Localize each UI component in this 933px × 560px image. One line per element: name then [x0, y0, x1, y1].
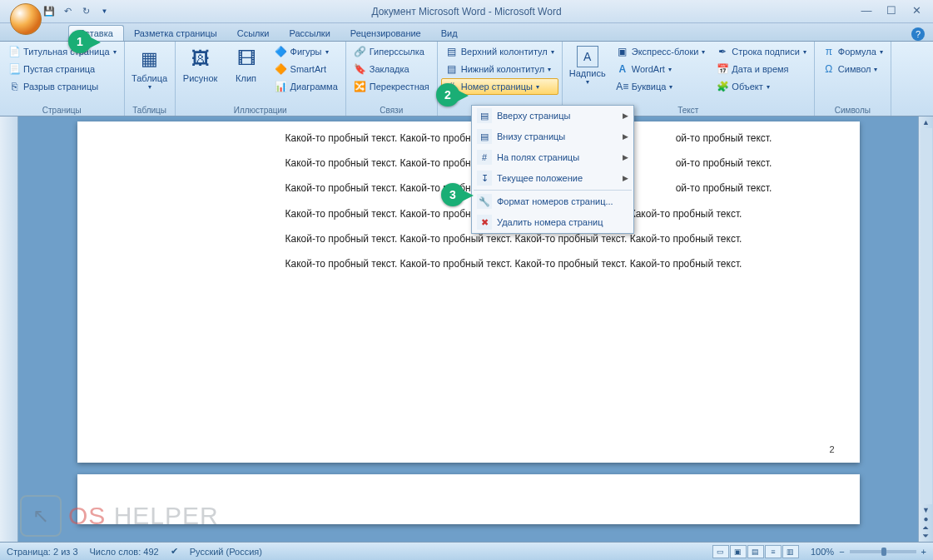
vertical-ruler[interactable] — [0, 116, 18, 542]
menu-format-page-numbers[interactable]: 🔧Формат номеров страниц... — [472, 191, 633, 212]
paragraph: Какой-то пробный текст. Какой-то пробный… — [285, 257, 785, 270]
bookmark-icon: 🔖 — [354, 62, 367, 76]
shapes-button[interactable]: 🔷Фигуры▾ — [270, 43, 342, 60]
tab-mailings[interactable]: Рассылки — [279, 26, 340, 41]
prev-page-icon[interactable]: ⏶ — [922, 523, 930, 532]
ribbon: 📄Титульная страница▾ 📃Пустая страница ⎘Р… — [0, 42, 933, 116]
menu-bottom-of-page[interactable]: ▤Внизу страницы▶ — [472, 126, 633, 147]
tab-view[interactable]: Вид — [431, 26, 468, 41]
break-icon: ⎘ — [7, 80, 21, 93]
cursor-icon: ↖ — [20, 495, 62, 537]
view-draft[interactable]: ▥ — [782, 545, 799, 558]
view-full-screen[interactable]: ▣ — [730, 545, 747, 558]
zoom-control: 100% − + — [811, 547, 926, 557]
sigline-button[interactable]: ✒Строка подписи▾ — [712, 43, 810, 60]
group-illustrations: 🖼Рисунок 🎞Клип 🔷Фигуры▾ 🔶SmartArt 📊Диагр… — [176, 42, 346, 116]
office-button[interactable] — [10, 3, 42, 35]
remove-icon: ✖ — [477, 215, 492, 230]
quickparts-button[interactable]: ▣Экспресс-блоки▾ — [612, 43, 710, 60]
bottom-icon: ▤ — [477, 129, 492, 144]
group-symbols: πФормула▾ ΩСимвол▾ Символы — [815, 42, 891, 116]
signature-icon: ✒ — [716, 45, 729, 58]
textbox-button[interactable]: AНадпись▾ — [566, 43, 609, 104]
view-buttons: ▭ ▣ ▤ ≡ ▥ — [712, 545, 799, 558]
tab-references[interactable]: Ссылки — [227, 26, 280, 41]
status-words[interactable]: Число слов: 492 — [90, 547, 159, 557]
undo-icon[interactable]: ↶ — [60, 4, 75, 19]
page-number-field: 2 — [829, 444, 834, 454]
equation-icon: π — [822, 45, 836, 58]
zoom-out-button[interactable]: − — [839, 547, 844, 557]
page: Какой-то пробный текст. Какой-то пробный… — [77, 121, 860, 463]
status-proofing-icon[interactable]: ✔ — [171, 546, 178, 557]
chart-icon: 📊 — [275, 80, 288, 93]
clip-icon: 🎞 — [233, 46, 260, 72]
page-break-button[interactable]: ⎘Разрыв страницы — [3, 78, 121, 95]
scroll-down-icon[interactable]: ▼ — [922, 506, 930, 514]
menu-remove-page-numbers[interactable]: ✖Удалить номера страниц — [472, 212, 633, 233]
menu-top-of-page[interactable]: ▤Вверху страницы▶ — [472, 106, 633, 126]
group-tables: ▦ Таблица▾ Таблицы — [125, 42, 176, 116]
zoom-in-button[interactable]: + — [921, 547, 926, 557]
vertical-scrollbar[interactable]: ▲ ▼ ● ⏶ ⏷ — [918, 116, 933, 542]
group-pages: 📄Титульная страница▾ 📃Пустая страница ⎘Р… — [0, 42, 125, 116]
chart-button[interactable]: 📊Диаграмма — [270, 78, 342, 95]
footer-icon: ▤ — [445, 62, 459, 76]
symbol-icon: Ω — [822, 62, 836, 76]
footer-button[interactable]: ▤Нижний колонтитул▾ — [441, 61, 558, 77]
menu-page-margins[interactable]: #На полях страницы▶ — [472, 147, 633, 168]
status-bar: Страница: 2 из 3 Число слов: 492 ✔ Русск… — [0, 542, 933, 560]
equation-button[interactable]: πФормула▾ — [818, 43, 887, 60]
symbol-button[interactable]: ΩСимвол▾ — [818, 61, 887, 77]
picture-button[interactable]: 🖼Рисунок — [179, 43, 222, 104]
object-browse-icon[interactable]: ● — [923, 514, 928, 523]
datetime-icon: 📅 — [716, 62, 729, 76]
help-icon[interactable]: ? — [911, 27, 925, 41]
bookmark-button[interactable]: 🔖Закладка — [350, 61, 434, 77]
redo-icon[interactable]: ↻ — [78, 4, 93, 19]
object-button[interactable]: 🧩Объект▾ — [712, 78, 810, 95]
next-page-icon[interactable]: ⏷ — [922, 532, 930, 540]
view-print-layout[interactable]: ▭ — [712, 545, 729, 558]
wordart-icon: A — [616, 62, 629, 76]
save-icon[interactable]: 💾 — [42, 4, 57, 19]
table-button[interactable]: ▦ Таблица▾ — [128, 43, 171, 104]
page-scroll[interactable]: Какой-то пробный текст. Какой-то пробный… — [18, 116, 918, 542]
current-icon: ↧ — [477, 171, 492, 186]
view-web-layout[interactable]: ▤ — [747, 545, 764, 558]
ribbon-tabs: Главная Вставка Разметка страницы Ссылки… — [0, 23, 933, 42]
title-bar: 💾 ↶ ↻ ▼ Документ Microsoft Word - Micros… — [0, 0, 933, 23]
page-number-menu: ▤Вверху страницы▶ ▤Внизу страницы▶ #На п… — [471, 105, 634, 234]
smartart-button[interactable]: 🔶SmartArt — [270, 61, 342, 77]
blank-page-button[interactable]: 📃Пустая страница — [3, 61, 121, 77]
header-button[interactable]: ▤Верхний колонтитул▾ — [441, 43, 558, 60]
link-icon: 🔗 — [354, 45, 367, 58]
scroll-up-icon[interactable]: ▲ — [922, 118, 930, 126]
callout-2: 2 — [436, 83, 459, 107]
wordart-button[interactable]: AWordArt▾ — [612, 61, 710, 77]
crossref-button[interactable]: 🔀Перекрестная — [350, 78, 434, 95]
quickparts-icon: ▣ — [616, 45, 629, 58]
group-links: 🔗Гиперссылка 🔖Закладка 🔀Перекрестная Свя… — [346, 42, 438, 116]
smartart-icon: 🔶 — [275, 62, 288, 76]
watermark: ↖ OS HELPER — [20, 495, 219, 537]
tab-pagelayout[interactable]: Разметка страницы — [124, 26, 227, 41]
document-area: Какой-то пробный текст. Какой-то пробный… — [0, 116, 933, 542]
datetime-button[interactable]: 📅Дата и время — [712, 61, 810, 77]
hyperlink-button[interactable]: 🔗Гиперссылка — [350, 43, 434, 60]
close-button[interactable]: ✕ — [905, 2, 928, 18]
quick-access-toolbar: 💾 ↶ ↻ ▼ — [42, 4, 112, 19]
maximize-button[interactable]: ☐ — [880, 2, 903, 18]
top-icon: ▤ — [477, 108, 492, 123]
tab-review[interactable]: Рецензирование — [340, 26, 431, 41]
status-language[interactable]: Русский (Россия) — [190, 547, 262, 557]
clip-button[interactable]: 🎞Клип — [225, 43, 268, 104]
qat-dropdown-icon[interactable]: ▼ — [97, 4, 112, 19]
menu-current-position[interactable]: ↧Текущее положение▶ — [472, 168, 633, 189]
zoom-value[interactable]: 100% — [811, 547, 834, 557]
dropcap-button[interactable]: A≡Буквица▾ — [612, 78, 710, 95]
view-outline[interactable]: ≡ — [765, 545, 782, 558]
status-page[interactable]: Страница: 2 из 3 — [7, 547, 78, 557]
minimize-button[interactable]: — — [855, 2, 878, 18]
zoom-slider[interactable] — [850, 550, 916, 553]
